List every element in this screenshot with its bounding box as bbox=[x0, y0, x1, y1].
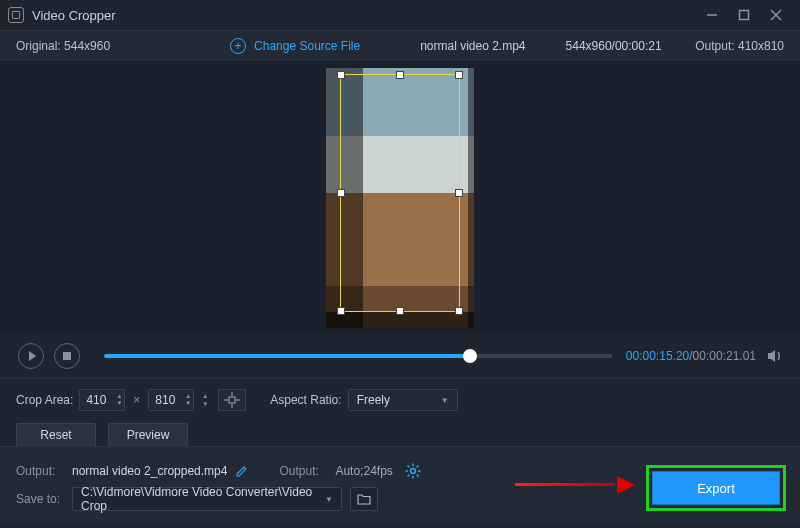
save-path-select[interactable]: C:\Vidmore\Vidmore Video Converter\Video… bbox=[72, 487, 342, 511]
svg-line-15 bbox=[417, 475, 419, 477]
svg-rect-8 bbox=[229, 397, 235, 403]
preview-button[interactable]: Preview bbox=[108, 423, 188, 447]
crop-width-input[interactable]: 410 ▲▼ bbox=[79, 389, 125, 411]
seek-knob[interactable] bbox=[463, 349, 477, 363]
crop-handle-tr[interactable] bbox=[455, 71, 463, 79]
svg-rect-1 bbox=[740, 11, 749, 20]
export-highlight: Export bbox=[646, 465, 786, 511]
chevron-down-icon: ▼ bbox=[325, 495, 333, 504]
crop-height-input[interactable]: 810 ▲▼ bbox=[148, 389, 194, 411]
width-down[interactable]: ▼ bbox=[116, 400, 122, 407]
height-up[interactable]: ▲ bbox=[185, 393, 191, 400]
save-to-label: Save to: bbox=[16, 492, 72, 506]
output-filename: normal video 2_cropped.mp4 bbox=[72, 464, 227, 478]
crop-params: Crop Area: 410 ▲▼ × 810 ▲▼ ▲▼ Aspect Rat… bbox=[0, 378, 800, 446]
output-file-label: Output: bbox=[16, 464, 72, 478]
crop-handle-bm[interactable] bbox=[396, 307, 404, 315]
app-title: Video Cropper bbox=[32, 8, 116, 23]
rename-button[interactable] bbox=[235, 464, 249, 478]
seek-slider[interactable] bbox=[104, 354, 612, 358]
center-crop-button[interactable] bbox=[218, 389, 246, 411]
crop-handle-ml[interactable] bbox=[337, 189, 345, 197]
time-current: 00:00:15.20 bbox=[626, 349, 689, 363]
stop-button[interactable] bbox=[54, 343, 80, 369]
original-dims-label: Original: 544x960 bbox=[16, 39, 110, 53]
svg-point-9 bbox=[410, 469, 415, 474]
playback-bar: 00:00:15.20/00:00:21.01 bbox=[0, 334, 800, 378]
output-settings-button[interactable] bbox=[405, 463, 421, 479]
timecode: 00:00:15.20/00:00:21.01 bbox=[626, 349, 756, 363]
play-button[interactable] bbox=[18, 343, 44, 369]
export-button[interactable]: Export bbox=[652, 471, 780, 505]
plus-circle-icon: + bbox=[230, 38, 246, 54]
change-source-button[interactable]: + Change Source File bbox=[230, 38, 360, 54]
source-dims-time: 544x960/00:00:21 bbox=[566, 39, 662, 53]
height-down[interactable]: ▼ bbox=[185, 400, 191, 407]
reset-button[interactable]: Reset bbox=[16, 423, 96, 447]
maximize-button[interactable] bbox=[728, 0, 760, 30]
preview-pane bbox=[0, 62, 800, 334]
crop-rectangle[interactable] bbox=[340, 74, 460, 312]
svg-line-14 bbox=[407, 466, 409, 468]
crop-handle-tl[interactable] bbox=[337, 71, 345, 79]
output-dims-label: Output: 410x810 bbox=[695, 39, 784, 53]
change-source-label: Change Source File bbox=[254, 39, 360, 53]
info-bar: Original: 544x960 + Change Source File n… bbox=[0, 30, 800, 62]
volume-button[interactable] bbox=[766, 347, 784, 365]
video-frame[interactable] bbox=[326, 68, 474, 328]
output-format-label: Output: bbox=[279, 464, 335, 478]
output-format-value: Auto;24fps bbox=[335, 464, 392, 478]
svg-line-16 bbox=[417, 466, 419, 468]
crop-height-value: 810 bbox=[155, 393, 183, 407]
open-folder-button[interactable] bbox=[350, 487, 378, 511]
app-icon bbox=[8, 7, 24, 23]
offset-stepper[interactable]: ▲▼ bbox=[202, 392, 208, 408]
svg-line-17 bbox=[407, 475, 409, 477]
save-path-value: C:\Vidmore\Vidmore Video Converter\Video… bbox=[81, 485, 325, 513]
crop-handle-bl[interactable] bbox=[337, 307, 345, 315]
minimize-button[interactable] bbox=[696, 0, 728, 30]
crop-area-label: Crop Area: bbox=[16, 393, 73, 407]
time-total: 00:00:21.01 bbox=[693, 349, 756, 363]
crop-handle-br[interactable] bbox=[455, 307, 463, 315]
width-up[interactable]: ▲ bbox=[116, 393, 122, 400]
output-bar: Output: normal video 2_cropped.mp4 Outpu… bbox=[0, 446, 800, 524]
multiply-symbol: × bbox=[133, 393, 140, 407]
title-bar: Video Cropper bbox=[0, 0, 800, 30]
crop-handle-tm[interactable] bbox=[396, 71, 404, 79]
close-button[interactable] bbox=[760, 0, 792, 30]
aspect-ratio-select[interactable]: Freely ▼ bbox=[348, 389, 458, 411]
source-filename: normal video 2.mp4 bbox=[420, 39, 525, 53]
crop-width-value: 410 bbox=[86, 393, 114, 407]
aspect-ratio-value: Freely bbox=[357, 393, 390, 407]
crop-handle-mr[interactable] bbox=[455, 189, 463, 197]
chevron-down-icon: ▼ bbox=[441, 396, 449, 405]
aspect-ratio-label: Aspect Ratio: bbox=[270, 393, 341, 407]
